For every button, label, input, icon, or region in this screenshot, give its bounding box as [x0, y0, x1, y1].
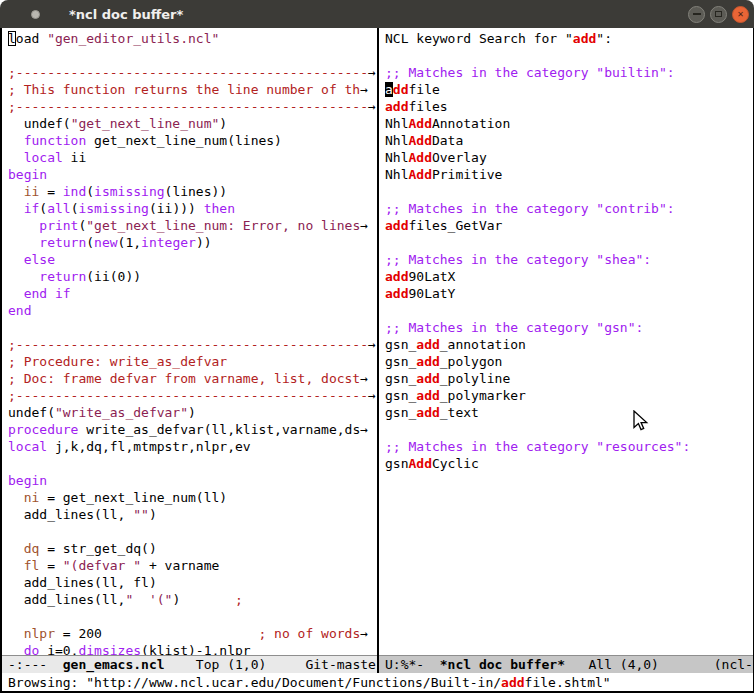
code-line: end [8, 302, 377, 319]
code-line: ; Doc: frame defvar from varname, list, … [8, 370, 377, 387]
code-line: return(new(1,integer)) [8, 234, 377, 251]
code-line: fl = "(defvar " + varname [8, 557, 377, 574]
code-line: ; This function returns the line number … [8, 81, 377, 98]
code-line: gsn_add_polymarker [385, 387, 753, 404]
code-line: ;---------------------------------------… [8, 387, 377, 404]
code-line: NhlAddPrimitive [385, 166, 753, 183]
code-line: add_lines(ll," '(") ; [8, 591, 377, 608]
code-line: if(all(ismissing(ii))) then [8, 200, 377, 217]
frame-content: load "gen_editor_utils.ncl" ;-----------… [0, 28, 754, 693]
code-line: ii = ind(ismissing(lines)) [8, 183, 377, 200]
right-buffer-ncl-doc[interactable]: NCL keyword Search for "add": ;; Matches… [379, 28, 753, 655]
code-line: do i=0,dimsizes(klist)-1,nlpr [8, 642, 377, 655]
modeline-row: -:--- gen_emacs.ncl Top (1,0) Git-maste … [2, 655, 753, 673]
minibuffer-echo-area[interactable]: Browsing: "http://www.ncl.ucar.edu/Docum… [2, 673, 753, 691]
code-line [8, 523, 377, 540]
maximize-button[interactable] [710, 6, 727, 23]
minimize-icon [693, 13, 701, 15]
code-line [8, 47, 377, 64]
close-button[interactable]: ✕ [732, 6, 749, 23]
code-line [385, 302, 753, 319]
code-line: gsn_add_polyline [385, 370, 753, 387]
code-line: NCL keyword Search for "add": [385, 30, 753, 47]
modeline-left[interactable]: -:--- gen_emacs.ncl Top (1,0) Git-maste [2, 655, 377, 673]
code-line: local ii [8, 149, 377, 166]
code-line: undef("get_next_line_num") [8, 115, 377, 132]
code-line: ni = get_next_line_num(ll) [8, 489, 377, 506]
window-controls: ✕ [688, 6, 749, 23]
code-line: NhlAddAnnotation [385, 115, 753, 132]
maximize-icon [715, 11, 722, 17]
code-line: nlpr = 200 ; no of words→ [8, 625, 377, 642]
code-line: gsn_add_text [385, 404, 753, 421]
code-line: add_lines(ll, "") [8, 506, 377, 523]
code-line [385, 47, 753, 64]
code-line: addfiles_GetVar [385, 217, 753, 234]
code-line: begin [8, 472, 377, 489]
code-line: ;; Matches in the category "shea": [385, 251, 753, 268]
code-line: ;; Matches in the category "gsn": [385, 319, 753, 336]
code-line [8, 319, 377, 336]
text-cursor-block: a [385, 82, 393, 97]
code-line: add90LatY [385, 285, 753, 302]
text-cursor-hollow: l [8, 31, 16, 46]
code-line: ; Procedure: write_as_defvar [8, 353, 377, 370]
code-line: NhlAddData [385, 132, 753, 149]
code-line: ;; Matches in the category "contrib": [385, 200, 753, 217]
emacs-window: *ncl doc buffer* ✕ load "gen_editor_util… [0, 0, 754, 693]
code-line: ;; Matches in the category "builtin": [385, 64, 753, 81]
code-line: gsnAddCyclic [385, 455, 753, 472]
code-line: addfiles [385, 98, 753, 115]
code-line: return(ii(0)) [8, 268, 377, 285]
code-line: procedure write_as_defvar(ll,klist,varna… [8, 421, 377, 438]
code-line: function get_next_line_num(lines) [8, 132, 377, 149]
code-line: ;---------------------------------------… [8, 98, 377, 115]
code-line: gsn_add_polygon [385, 353, 753, 370]
code-line: ;---------------------------------------… [8, 64, 377, 81]
code-line: NhlAddOverlay [385, 149, 753, 166]
code-line: begin [8, 166, 377, 183]
minimize-button[interactable] [688, 6, 705, 23]
code-line: else [8, 251, 377, 268]
code-line [385, 421, 753, 438]
titlebar[interactable]: *ncl doc buffer* ✕ [0, 0, 754, 28]
code-line: dq = str_get_dq() [8, 540, 377, 557]
modeline-right[interactable]: U:%*- *ncl doc buffer* All (4,0) (ncl- [379, 655, 753, 673]
code-line [385, 183, 753, 200]
window-title: *ncl doc buffer* [69, 7, 183, 22]
code-line: undef("write_as_defvar") [8, 404, 377, 421]
code-line: gsn_add_annotation [385, 336, 753, 353]
code-line [385, 234, 753, 251]
editor-area: load "gen_editor_utils.ncl" ;-----------… [2, 28, 753, 655]
code-line [8, 608, 377, 625]
code-line [8, 455, 377, 472]
window-menu-icon[interactable] [31, 10, 40, 19]
code-line: ;---------------------------------------… [8, 336, 377, 353]
code-line: load "gen_editor_utils.ncl" [8, 30, 377, 47]
code-line: local j,k,dq,fl,mtmpstr,nlpr,ev [8, 438, 377, 455]
close-icon: ✕ [737, 9, 743, 19]
code-line: print("get_next_line_num: Error, no line… [8, 217, 377, 234]
code-line: addfile [385, 81, 753, 98]
code-line: add90LatX [385, 268, 753, 285]
left-buffer-gen-emacs-ncl[interactable]: load "gen_editor_utils.ncl" ;-----------… [2, 28, 377, 655]
code-line: add_lines(ll, fl) [8, 574, 377, 591]
code-line: end if [8, 285, 377, 302]
code-line: ;; Matches in the category "resources": [385, 438, 753, 455]
